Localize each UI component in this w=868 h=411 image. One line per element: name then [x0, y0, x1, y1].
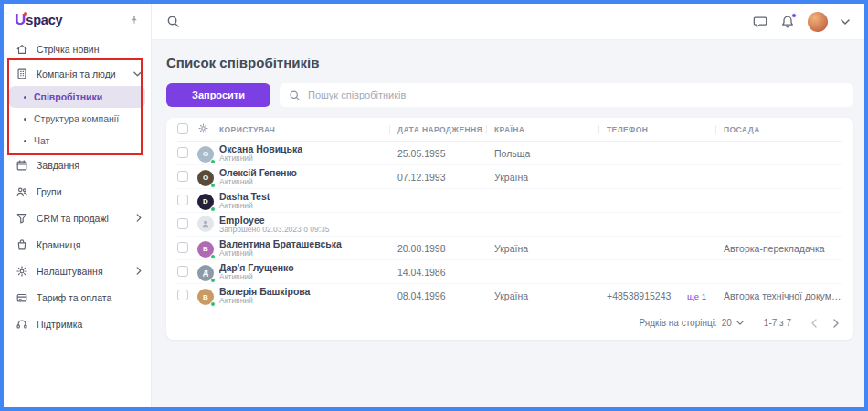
avatar: Д: [197, 265, 214, 281]
table-row[interactable]: DDasha TestАктивний: [177, 189, 842, 213]
user-cell[interactable]: Dasha TestАктивний: [219, 191, 389, 211]
shop-icon: [15, 238, 28, 251]
sidebar-item-company-people[interactable]: Компанія та люди: [4, 61, 151, 86]
table-row[interactable]: ВВалентина БраташевськаАктивний20.08.199…: [177, 237, 842, 260]
row-checkbox[interactable]: [177, 171, 188, 182]
table-row[interactable]: ДДар'я ГлущенкоАктивний14.04.1986: [177, 260, 842, 284]
position-cell: Авторка-перекладачка: [715, 243, 842, 254]
sidebar-item-crm[interactable]: CRM та продажі: [4, 205, 151, 231]
avatar: В: [197, 241, 214, 258]
sidebar-item-shop[interactable]: Крамниця: [4, 231, 151, 258]
tasks-icon: [15, 159, 28, 172]
sidebar-item-label: Завдання: [37, 160, 79, 171]
table-row[interactable]: ООксана НовицькаАктивний25.05.1995Польща: [177, 142, 842, 165]
notification-dot: [791, 13, 797, 18]
employee-search-field[interactable]: [280, 83, 853, 107]
more-phones-badge[interactable]: ще 1: [687, 291, 706, 301]
sidebar-item-label: Компанія та люди: [37, 68, 116, 79]
user-cell[interactable]: Олексій ГепенкоАктивний: [219, 167, 389, 187]
user-status: Активний: [219, 249, 389, 258]
chevron-down-icon: [736, 321, 744, 325]
sidebar-item-label: Групи: [37, 186, 62, 197]
table-row[interactable]: ООлексій ГепенкоАктивний07.12.1993Україн…: [177, 165, 842, 189]
main-content: Список співробітників Запросити КОРИСТУВ…: [152, 40, 864, 407]
position-cell: Авторка технічної документації: [715, 290, 842, 301]
rows-per-page-label: Рядків на сторінці:: [640, 318, 717, 328]
logo-accent-dot: [24, 12, 27, 16]
notifications-bell-icon[interactable]: [780, 15, 795, 29]
previous-page-icon[interactable]: [811, 319, 817, 328]
row-checkbox[interactable]: [177, 195, 188, 206]
birthdate-cell: 08.04.1996: [389, 290, 486, 301]
sidebar: U spacy Стрічка новин Компанія та люди С…: [4, 4, 152, 407]
topbar-actions: [753, 12, 850, 32]
user-cell[interactable]: Дар'я ГлущенкоАктивний: [219, 262, 389, 282]
person-placeholder-icon: [200, 218, 211, 229]
status-active-dot: [210, 278, 216, 283]
column-header-birthdate[interactable]: ДАТА НАРОДЖЕННЯ: [389, 125, 486, 134]
table-settings-gear-icon[interactable]: [197, 122, 219, 136]
sidebar-item-label: Крамниця: [37, 239, 80, 250]
list-controls: Запросити: [166, 83, 853, 107]
employee-table-body: ООксана НовицькаАктивний25.05.1995Польща…: [177, 142, 842, 308]
row-checkbox[interactable]: [177, 147, 188, 158]
user-cell[interactable]: EmployeeЗапрошено 02.03.2023 о 09:35: [219, 215, 389, 235]
sidebar-subitem-label: Чат: [34, 135, 49, 146]
chevron-right-icon: [136, 267, 142, 275]
row-checkbox[interactable]: [177, 218, 188, 229]
column-header-position[interactable]: ПОСАДА: [715, 125, 842, 134]
row-checkbox[interactable]: [177, 242, 188, 253]
table-row[interactable]: ВВалерія БашкіроваАктивний08.04.1996Укра…: [177, 284, 842, 308]
user-cell[interactable]: Валерія БашкіроваАктивний: [219, 286, 389, 306]
chevron-down-icon: [133, 71, 142, 77]
company-icon: [15, 68, 28, 80]
settings-icon: [15, 265, 28, 278]
bullet-icon: [24, 140, 26, 142]
next-page-icon[interactable]: [833, 319, 839, 328]
bullet-icon: [24, 118, 26, 121]
employee-table: КОРИСТУВАЧ ДАТА НАРОДЖЕННЯ КРАЇНА ТЕЛЕФО…: [166, 118, 853, 340]
table-row[interactable]: EmployeeЗапрошено 02.03.2023 о 09:35: [177, 213, 842, 237]
avatar: О: [197, 146, 214, 163]
search-icon[interactable]: [166, 15, 180, 28]
user-name: Дар'я Глущенко: [219, 262, 389, 273]
user-name: Оксана Новицька: [219, 143, 389, 154]
birthdate-cell: 20.08.1998: [389, 243, 486, 254]
status-active-dot: [210, 183, 216, 188]
sidebar-item-support[interactable]: Підтримка: [4, 311, 151, 337]
user-name: Dasha Test: [219, 191, 389, 202]
search-icon: [289, 90, 301, 101]
chat-icon[interactable]: [753, 15, 767, 29]
row-checkbox[interactable]: [177, 290, 188, 300]
rows-per-page-value: 20: [722, 318, 732, 328]
employee-search-input[interactable]: [308, 90, 844, 100]
sidebar-item-chat[interactable]: Чат: [9, 130, 145, 152]
groups-icon: [15, 185, 28, 198]
sidebar-item-groups[interactable]: Групи: [4, 178, 151, 205]
sidebar-item-settings[interactable]: Налаштування: [4, 258, 151, 284]
content-column: Список співробітників Запросити КОРИСТУВ…: [152, 4, 864, 407]
sidebar-item-tasks[interactable]: Завдання: [4, 152, 151, 178]
profile-chevron-down-icon[interactable]: [841, 19, 850, 25]
invite-button[interactable]: Запросити: [166, 83, 270, 107]
user-cell[interactable]: Оксана НовицькаАктивний: [219, 143, 389, 163]
phone-cell: +48538915243ще 1: [598, 290, 715, 301]
column-header-user[interactable]: КОРИСТУВАЧ: [219, 125, 389, 134]
user-avatar[interactable]: [808, 12, 828, 32]
sidebar-item-employees[interactable]: Співробітники: [9, 86, 145, 108]
user-cell[interactable]: Валентина БраташевськаАктивний: [219, 238, 389, 258]
select-all-checkbox[interactable]: [177, 123, 188, 134]
row-checkbox[interactable]: [177, 266, 188, 277]
sidebar-item-billing[interactable]: Тариф та оплата: [4, 284, 151, 311]
column-header-phone[interactable]: ТЕЛЕФОН: [598, 125, 715, 134]
pagination-range: 1-7 з 7: [764, 318, 791, 328]
topbar: [152, 4, 864, 40]
sidebar-item-news-feed[interactable]: Стрічка новин: [4, 37, 151, 61]
uspacy-logo[interactable]: U spacy: [15, 11, 62, 29]
sidebar-item-company-structure[interactable]: Структура компанії: [9, 108, 145, 130]
pin-icon[interactable]: [129, 15, 140, 26]
sidebar-header: U spacy: [4, 4, 151, 37]
column-header-country[interactable]: КРАЇНА: [486, 125, 598, 134]
birthdate-cell: 14.04.1986: [389, 267, 486, 278]
rows-per-page-select[interactable]: Рядків на сторінці: 20: [640, 318, 744, 328]
